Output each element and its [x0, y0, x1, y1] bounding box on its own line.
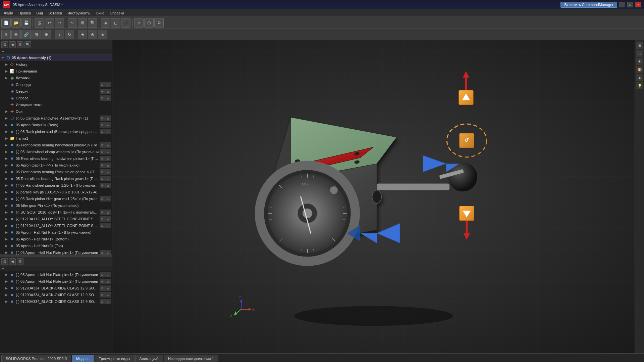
- tree-item-rack-idler[interactable]: ▶ ■ (-) 05 Rack pinion idler gear m=1,25…: [0, 195, 112, 202]
- carriage-action-2[interactable]: △: [105, 116, 111, 121]
- rack-idler-action-2[interactable]: △: [105, 196, 111, 201]
- mate-button[interactable]: ⌖: [134, 18, 144, 28]
- menu-item-файл[interactable]: Файл: [1, 10, 16, 16]
- bottom-item-3-action-1[interactable]: ⊡: [100, 292, 105, 298]
- bottom-item-4-action-1[interactable]: ⊡: [100, 299, 105, 304]
- open-button[interactable]: 📂: [11, 18, 21, 28]
- undo-button[interactable]: ↩: [45, 18, 54, 28]
- rear-rack-bearing-action-2[interactable]: △: [105, 176, 111, 181]
- tree-item-half-nut-1[interactable]: ▶ ■ 05 Apron - Half Nut<1> (Bottom): [0, 236, 112, 242]
- tree-item-half-nut-2[interactable]: ▶ ■ 05 Apron - Half Nut<2> (Top): [0, 242, 112, 249]
- tree-item-rack-stud[interactable]: ▶ ■ (-) 05 Rack pinion stud (Ввалик рейк…: [0, 128, 112, 135]
- interference-button[interactable]: ⊗: [88, 30, 97, 39]
- handwheel-pinion-action-1[interactable]: ⊡: [100, 183, 105, 188]
- tree-item-right[interactable]: ◈ Справа ⊡ △: [0, 95, 112, 101]
- bottom-item-4-action-2[interactable]: △: [105, 299, 111, 304]
- front-action-2[interactable]: △: [105, 82, 111, 87]
- lights-button[interactable]: 💡: [636, 82, 643, 89]
- appearance-button[interactable]: 🎨: [636, 66, 643, 73]
- rotate-component-button[interactable]: ↻: [65, 30, 74, 39]
- menu-item-правка[interactable]: Правка: [16, 10, 34, 16]
- tree-item-apron-cap[interactable]: ▶ ■ 05 Apron Cap<1> ->? (По умолчанию) ⊡…: [0, 162, 112, 169]
- tree-item-handwheel-pinion[interactable]: ▶ ■ (-) 05 Handwheel pinion m=1,25<1> (П…: [0, 182, 112, 189]
- tree-item-parallel-key[interactable]: ▶ ■ (-) parallel key jis 1301<1> (JIS B …: [0, 189, 112, 195]
- top-action-2[interactable]: △: [105, 89, 111, 94]
- rack-idler-action-1[interactable]: ⊡: [100, 196, 105, 201]
- bottom-item-2-action-1[interactable]: ⊡: [100, 285, 105, 291]
- 91210-2-action-1[interactable]: ⊡: [100, 223, 105, 228]
- display-button[interactable]: ◻: [111, 18, 120, 28]
- minimize-button[interactable]: —: [619, 2, 625, 7]
- tree-root-item[interactable]: ▼ ⬡ 05 Apron Assembly (1): [0, 54, 112, 61]
- tab-animation[interactable]: Анимация1: [135, 355, 163, 362]
- menu-item-вид[interactable]: Вид: [34, 10, 46, 16]
- print-button[interactable]: 🖨: [35, 18, 44, 28]
- bottom-item-0-action-1[interactable]: ⊡: [100, 272, 105, 277]
- tree-item-front-rack-bearing[interactable]: ▶ ■ 05 Front oilless bearing Rack pinion…: [0, 169, 112, 175]
- tree-item-carriage[interactable]: ▶ ⬡ (-) 05 Carriage Handwheel Assembly<1…: [0, 115, 112, 122]
- new-button[interactable]: 📄: [1, 18, 11, 28]
- tree-item-clamp-washer[interactable]: ▶ ■ (-) 05 Handwheel clamp washer<1> (По…: [0, 148, 112, 155]
- tree-item-sc-gost[interactable]: ▶ ■ (-) SC GOST 2010_gost<1> (Винт с пол…: [0, 209, 112, 216]
- tree-item-rear-rack-bearing[interactable]: ▶ ■ 05 Rear oilless bearing Rack pinion …: [0, 175, 112, 182]
- tree-item-notes[interactable]: ▶ 📝 Примечания: [0, 68, 112, 75]
- tree-item-half-nut-plate[interactable]: ▶ ■ 05 Apron - Half Nut Plate<1> (По умо…: [0, 229, 112, 236]
- 91210-1-action-2[interactable]: △: [105, 216, 111, 222]
- assembly-feature-button[interactable]: ⚙: [154, 18, 164, 28]
- tree-item-top[interactable]: ◈ Сверху ⊡ △: [0, 88, 112, 95]
- apron-cap-action-2[interactable]: △: [105, 163, 111, 168]
- collision-button[interactable]: ◈: [98, 30, 107, 39]
- component-button[interactable]: ⬡: [144, 18, 154, 28]
- move-component-button[interactable]: ↕: [55, 30, 64, 39]
- view-button[interactable]: ◈: [101, 18, 110, 28]
- apron-body-action-1[interactable]: ⊡: [100, 122, 105, 128]
- front-rack-bearing-action-2[interactable]: △: [105, 169, 111, 175]
- display-style-button[interactable]: ◻: [636, 50, 643, 57]
- bottom-tree-item-2[interactable]: ▶ ■ (-) 91290A334_BLACK-OXIDE CLASS 12.9…: [0, 285, 112, 291]
- tree-item-papka1[interactable]: ▶ 📁 Папка1: [0, 135, 112, 142]
- zoom-in-button[interactable]: 🔍: [88, 18, 97, 28]
- mate-tool-button[interactable]: 🔗: [21, 30, 31, 39]
- linear-pattern-button[interactable]: ⊞: [32, 30, 41, 39]
- bottom-tree-item-0[interactable]: ▶ ■ (-) 05 Apron - Half Nut Plate pin<1>…: [0, 271, 112, 278]
- tree-item-idler-pin[interactable]: ▶ ■ 05 Idler gear Pin <1> (По умолчанию): [0, 202, 112, 209]
- maximize-button[interactable]: □: [627, 2, 633, 7]
- carriage-action-1[interactable]: ⊡: [100, 116, 105, 121]
- clamp-washer-action-1[interactable]: ⊡: [100, 149, 105, 154]
- hide-show-button[interactable]: 👁: [636, 58, 643, 65]
- bottom-item-2-action-2[interactable]: △: [105, 285, 111, 291]
- top-action-1[interactable]: ⊡: [100, 89, 105, 94]
- tree-collapse-button[interactable]: ◀: [9, 41, 16, 48]
- section-view-button[interactable]: ⬛: [121, 18, 130, 28]
- menu-item-вставка[interactable]: Вставка: [46, 10, 65, 16]
- right-action-2[interactable]: △: [105, 95, 111, 101]
- tree-filter-button[interactable]: ⊡: [1, 41, 8, 48]
- tree-settings-btn-bottom[interactable]: ⚙: [17, 258, 23, 265]
- tree-item-apron-body[interactable]: ▶ ■ 05 Apron Body<1> (Body) ⊡ △: [0, 122, 112, 128]
- half-nut-pin-1-action-1[interactable]: ⊡: [100, 250, 105, 255]
- front-rack-bearing-action-1[interactable]: ⊡: [100, 169, 105, 175]
- bottom-item-0-action-2[interactable]: △: [105, 272, 111, 277]
- viewport[interactable]: 0.5: [112, 40, 635, 353]
- select-button[interactable]: ↖: [68, 18, 77, 28]
- handwheel-pinion-action-2[interactable]: △: [105, 183, 111, 188]
- tab-3d-views[interactable]: Трехмерные виды: [95, 355, 135, 362]
- rack-stud-action-1[interactable]: ⊡: [100, 129, 105, 134]
- tree-item-sensors[interactable]: ▶ ◉ Датчики: [0, 75, 112, 81]
- front-action-1[interactable]: ⊡: [100, 82, 105, 87]
- tree-item-91210-2[interactable]: ▶ ■ (-) 91210A112_ALLOY STEEL CONE-POINT…: [0, 222, 112, 229]
- apron-cap-action-1[interactable]: ⊡: [100, 163, 105, 168]
- menu-item-окно[interactable]: Окно: [93, 10, 107, 16]
- menu-item-инструменты[interactable]: Инструменты: [65, 10, 93, 16]
- redo-button[interactable]: ↪: [55, 18, 64, 28]
- rear-bearing-action-2[interactable]: △: [105, 156, 111, 161]
- tree-collapse-btn-bottom[interactable]: ◀: [9, 258, 16, 265]
- half-nut-pin-1-action-2[interactable]: △: [105, 250, 111, 255]
- tab-model[interactable]: Модель: [72, 355, 94, 362]
- bottom-tree-item-4[interactable]: ▶ ■ (-) 91290A334_BLACK-OXIDE CLASS 12.9…: [0, 298, 112, 305]
- command-manager-button[interactable]: Включить CommandManager: [560, 2, 617, 8]
- clamp-washer-action-2[interactable]: △: [105, 149, 111, 154]
- sc-gost-action-2[interactable]: △: [105, 210, 111, 215]
- view-orient-button[interactable]: ⊞: [636, 42, 643, 49]
- tree-item-91210-1[interactable]: ▶ ■ (-) 91210A112_ALLOY STEEL CONE-POINT…: [0, 216, 112, 222]
